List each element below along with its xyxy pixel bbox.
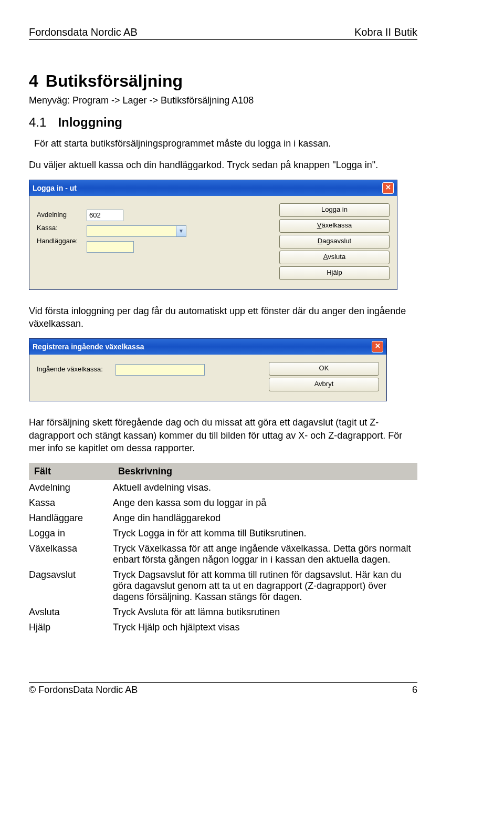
- table-row: AvslutaTryck Avsluta för att lämna butik…: [29, 605, 417, 620]
- avsluta-button[interactable]: Avsluta: [279, 251, 390, 264]
- section-number: 4: [29, 71, 38, 91]
- page-number: 6: [412, 685, 417, 696]
- dialog-title: Logga in - ut: [33, 184, 77, 192]
- subsection-number: 4.1: [29, 115, 46, 130]
- ingaende-vaxelkassa-input[interactable]: [116, 364, 205, 376]
- table-header-desc: Beskrivning: [113, 463, 417, 480]
- table-row: HandläggareAnge din handläggarekod: [29, 511, 417, 526]
- menu-path: Menyväg: Program -> Lager -> Butiksförsä…: [29, 94, 417, 107]
- subsection-heading: 4.1 Inloggning: [29, 115, 417, 130]
- section-title: Butiksförsäljning: [46, 71, 183, 91]
- ingaende-vaxelkassa-label: Ingående växelkassa:: [37, 365, 116, 373]
- paragraph: Har försäljning skett föregående dag och…: [29, 416, 417, 454]
- table-header-field: Fält: [29, 463, 113, 480]
- table-row: HjälpTryck Hjälp och hjälptext visas: [29, 620, 417, 635]
- avbryt-button[interactable]: Avbryt: [269, 378, 379, 391]
- handlaggare-input[interactable]: [87, 241, 134, 253]
- section-heading: 4 Butiksförsäljning: [29, 71, 417, 91]
- avdelning-input[interactable]: [87, 210, 123, 221]
- table-row: VäxelkassaTryck Växelkassa för att ange …: [29, 541, 417, 567]
- document-footer: © FordonsData Nordic AB 6: [29, 682, 417, 696]
- header-left: Fordonsdata Nordic AB: [29, 26, 138, 38]
- dialog-titlebar: Logga in - ut ✕: [29, 180, 397, 196]
- chevron-down-icon[interactable]: ▼: [176, 226, 186, 236]
- vaxelkassa-dialog: Registrera ingående växelkassa ✕ Ingåend…: [29, 338, 387, 401]
- table-row: Logga inTryck Logga in för att komma til…: [29, 526, 417, 541]
- subsection-title: Inloggning: [58, 115, 122, 130]
- close-icon[interactable]: ✕: [372, 341, 383, 352]
- table-row: AvdelningAktuell avdelning visas.: [29, 480, 417, 495]
- kassa-select[interactable]: [87, 225, 186, 237]
- vaxelkassa-button[interactable]: Växelkassa: [279, 219, 390, 233]
- avdelning-label: Avdelning: [37, 211, 87, 219]
- hjalp-button[interactable]: Hjälp: [279, 266, 390, 280]
- table-row: KassaAnge den kassa som du loggar in på: [29, 495, 417, 511]
- footer-copyright: © FordonsData Nordic AB: [29, 685, 138, 696]
- dialog-titlebar: Registrera ingående växelkassa ✕: [29, 339, 386, 355]
- header-right: Kobra II Butik: [354, 26, 417, 38]
- dialog-title: Registrera ingående växelkassa: [33, 343, 144, 351]
- paragraph: Du väljer aktuell kassa och din handlägg…: [29, 159, 417, 171]
- table-row: DagsavslutTryck Dagsavslut för att komma…: [29, 567, 417, 605]
- handlaggare-label: Handläggare:: [37, 237, 87, 245]
- field-description-table: Fält Beskrivning AvdelningAktuell avdeln…: [29, 463, 417, 635]
- kassa-label: Kassa:: [37, 224, 87, 232]
- ok-button[interactable]: OK: [269, 362, 379, 376]
- document-header: Fordonsdata Nordic AB Kobra II Butik: [29, 26, 417, 40]
- dagsavslut-button[interactable]: Dagsavslut: [279, 235, 390, 248]
- paragraph: För att starta butiksförsäljningsprogram…: [34, 137, 417, 150]
- logga-in-button[interactable]: Logga in: [279, 203, 390, 217]
- close-icon[interactable]: ✕: [382, 182, 394, 194]
- paragraph: Vid första inloggning per dag får du aut…: [29, 305, 417, 330]
- login-dialog: Logga in - ut ✕ Avdelning Kassa: Handläg…: [29, 180, 397, 290]
